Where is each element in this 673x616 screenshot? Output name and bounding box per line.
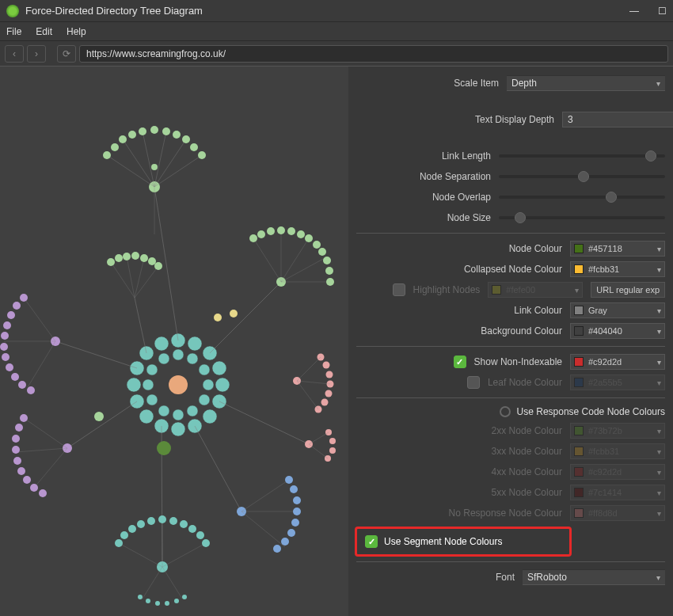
svg-point-11 [146,364,158,375]
highlight-nodes-checkbox[interactable] [393,283,405,296]
collapsed-colour-select[interactable]: #fcbb31 [570,261,665,277]
url-input[interactable] [79,45,668,63]
svg-line-32 [195,426,241,511]
c4xx-select: #c92d2d [570,464,665,480]
svg-point-39 [230,310,238,318]
svg-point-57 [190,143,198,151]
svg-point-168 [11,373,19,381]
graph-canvas[interactable] [0,67,348,616]
nonindex-colour-select[interactable]: #c92d2d [570,354,665,370]
svg-point-25 [127,378,141,392]
svg-line-35 [55,341,137,368]
svg-point-5 [199,394,210,405]
svg-line-99 [297,381,330,384]
svg-line-121 [119,543,162,567]
svg-point-54 [162,127,170,135]
svg-point-87 [323,257,331,264]
svg-point-48 [103,151,111,159]
svg-point-82 [287,227,295,235]
node-overlap-slider[interactable] [499,189,665,205]
show-nonindexable-checkbox[interactable] [454,356,466,368]
c2xx-select: #73b72b [570,423,665,439]
svg-line-75 [281,238,309,282]
svg-point-56 [182,135,190,143]
svg-line-64 [135,266,158,298]
window-title: Force-Directed Directory Tree Diagram [25,5,629,17]
svg-line-73 [253,238,281,282]
svg-point-132 [169,517,177,525]
minimize-button[interactable]: — [629,6,639,17]
svg-line-144 [24,418,67,448]
svg-point-71 [154,262,162,270]
node-size-slider[interactable] [499,210,665,226]
svg-point-160 [20,294,28,302]
svg-point-50 [119,135,127,143]
back-button[interactable]: ‹ [5,45,24,63]
svg-point-93 [326,371,333,378]
svg-line-63 [135,258,144,298]
svg-point-83 [297,230,305,238]
svg-line-157 [24,298,55,341]
svg-line-146 [34,448,67,488]
svg-point-65 [107,258,115,266]
leaf-colour-checkbox[interactable] [467,376,480,389]
use-response-radio[interactable] [500,406,511,417]
svg-point-78 [249,234,257,242]
bg-colour-select[interactable]: #404040 [570,323,665,339]
text-depth-spinner[interactable]: ▲▼ [562,112,665,127]
svg-line-106 [309,432,329,444]
svg-point-2 [187,353,198,364]
svg-point-140 [165,601,169,606]
svg-point-84 [305,234,313,242]
node-separation-slider[interactable] [499,169,665,184]
scale-item-label: Scale Item [454,78,499,89]
highlight-colour-select: #fefe00 [488,282,583,298]
svg-point-141 [174,599,179,603]
use-segment-checkbox[interactable] [365,535,378,548]
svg-point-86 [318,248,326,256]
forward-button[interactable]: › [27,45,46,63]
menu-file[interactable]: File [6,26,21,37]
svg-point-165 [0,343,8,351]
link-colour-select[interactable]: Gray [570,302,665,318]
svg-point-89 [326,278,334,286]
scale-item-select[interactable]: Depth [507,75,665,91]
svg-point-92 [323,362,330,369]
svg-line-125 [162,567,182,599]
font-select[interactable]: SfRoboto [523,569,665,585]
svg-point-16 [212,361,226,375]
svg-point-139 [155,601,160,606]
svg-point-58 [198,151,206,159]
svg-point-119 [273,545,281,553]
reload-button[interactable]: ⟳ [57,45,76,63]
svg-point-21 [171,422,185,436]
svg-line-124 [143,567,162,599]
svg-point-96 [321,399,329,406]
svg-point-51 [128,131,136,139]
maximize-button[interactable]: ☐ [658,6,667,17]
menu-edit[interactable]: Edit [36,26,52,37]
url-regex-button[interactable]: URL regular exp [591,282,665,298]
svg-point-126 [115,539,123,547]
svg-point-164 [1,332,9,340]
svg-point-0 [169,375,188,394]
svg-line-145 [16,448,67,452]
titlebar: Force-Directed Directory Tree Diagram — … [0,0,673,22]
menu-help[interactable]: Help [67,26,86,37]
svg-point-7 [173,409,184,420]
c3xx-select: #fcbb31 [570,443,665,459]
svg-point-95 [325,390,333,397]
svg-point-166 [2,353,10,361]
svg-point-147 [20,414,28,422]
svg-point-118 [281,538,289,546]
svg-point-152 [17,467,25,475]
svg-point-3 [199,364,210,375]
svg-point-85 [313,241,321,249]
svg-point-163 [3,321,11,329]
svg-point-135 [196,531,204,539]
svg-line-98 [297,357,321,381]
svg-point-81 [277,226,285,234]
link-length-slider[interactable] [499,148,665,164]
svg-point-133 [180,520,188,528]
node-colour-select[interactable]: #457118 [570,241,665,257]
